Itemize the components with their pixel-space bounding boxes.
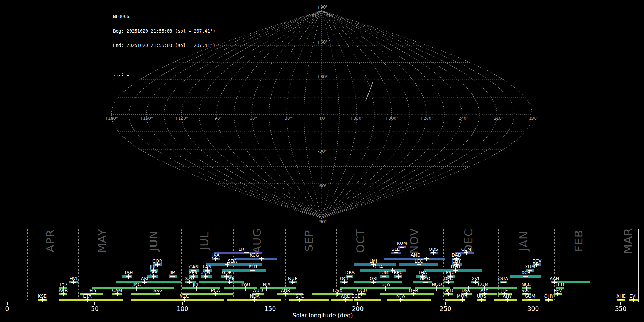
shower-bar xyxy=(331,299,353,301)
longitude-label: +180° xyxy=(525,116,538,121)
peak-marker xyxy=(501,280,506,284)
peak-marker xyxy=(453,268,458,273)
longitude-label: +240° xyxy=(455,116,468,121)
peak-marker xyxy=(434,286,439,291)
peak-marker xyxy=(91,292,96,296)
shower-bar xyxy=(387,299,431,301)
peak-marker xyxy=(482,292,487,296)
peak-marker xyxy=(446,292,450,296)
peak-marker xyxy=(343,298,348,302)
longitude-label: +120° xyxy=(175,116,188,121)
peak-marker xyxy=(61,292,65,296)
peak-marker xyxy=(505,298,509,302)
peak-marker xyxy=(424,257,429,261)
peak-marker xyxy=(382,274,386,279)
shower-bar xyxy=(182,293,233,295)
x-axis-tick-label: 200 xyxy=(352,305,364,312)
peak-marker xyxy=(187,280,192,284)
peak-marker xyxy=(464,292,468,296)
x-axis-tick xyxy=(620,302,621,305)
peak-marker xyxy=(191,274,195,279)
peak-marker xyxy=(224,274,229,279)
month-label: MAR xyxy=(621,228,634,254)
shower-bar xyxy=(340,287,411,289)
peak-marker xyxy=(400,245,404,249)
month-boundary-line xyxy=(131,229,131,301)
peak-marker xyxy=(557,286,562,291)
peak-marker xyxy=(135,286,139,291)
month-label: NOV xyxy=(408,228,420,253)
peak-marker xyxy=(225,262,229,267)
month-label: OCT xyxy=(354,229,367,253)
peak-marker xyxy=(396,274,401,279)
x-axis-tick-label: 300 xyxy=(527,305,539,312)
x-axis-tick-label: 100 xyxy=(177,305,188,312)
x-axis-title: Solar longitude (deg) xyxy=(293,312,353,319)
peak-marker xyxy=(40,298,45,302)
peak-marker xyxy=(151,268,156,273)
month-label: AUG xyxy=(250,228,263,254)
peak-marker xyxy=(523,274,528,279)
shower-bar xyxy=(224,287,257,289)
peak-marker xyxy=(556,292,560,296)
latitude-label: +60° xyxy=(317,40,328,45)
x-axis-tick xyxy=(7,302,8,305)
month-label: JUL xyxy=(198,231,211,250)
longitude-label: +270° xyxy=(420,116,433,121)
longitude-label: +90° xyxy=(211,116,222,121)
peak-marker xyxy=(213,292,218,296)
peak-marker xyxy=(71,280,76,284)
peak-marker xyxy=(264,286,269,291)
longitude-label: +60° xyxy=(246,116,257,121)
peak-marker xyxy=(454,257,459,261)
longitude-label: +330° xyxy=(350,116,363,121)
shower-code-label: CTA xyxy=(375,264,383,269)
peak-marker xyxy=(354,298,358,302)
x-axis-tick-label: 250 xyxy=(440,305,451,312)
peak-marker xyxy=(259,257,264,261)
x-axis-tick xyxy=(270,302,270,305)
x-axis-tick-label: 150 xyxy=(264,305,276,312)
longitude-label: +0 xyxy=(319,116,325,121)
peak-marker xyxy=(394,250,398,255)
peak-marker xyxy=(252,298,257,302)
month-label: SEP xyxy=(302,230,315,252)
shower-bar xyxy=(59,299,123,301)
peak-marker xyxy=(156,292,160,296)
peak-marker xyxy=(552,280,557,284)
shower-bar xyxy=(131,299,224,301)
month-label: APR xyxy=(44,229,57,252)
sky-map: +90°+60°+30°-30°-60°-90°+180°+150°+120°+… xyxy=(0,0,644,229)
peak-marker xyxy=(528,298,532,302)
peak-marker xyxy=(342,280,347,284)
peak-marker xyxy=(214,257,218,261)
peak-marker xyxy=(399,298,403,302)
peak-marker xyxy=(384,286,388,291)
peak-marker xyxy=(482,286,487,291)
peak-marker xyxy=(155,262,160,267)
shower-code-label: KCG xyxy=(250,253,259,257)
peak-marker xyxy=(115,292,119,296)
peak-marker xyxy=(142,280,147,284)
latitude-label: +90° xyxy=(317,5,328,10)
longitude-label: +180° xyxy=(104,116,118,121)
month-label: JUN xyxy=(147,230,160,251)
shower-bar xyxy=(413,281,432,283)
peak-marker xyxy=(61,286,66,291)
peak-marker xyxy=(244,250,249,255)
peak-marker xyxy=(371,280,376,284)
month-boundary-line xyxy=(181,229,182,301)
peak-marker xyxy=(528,268,532,273)
month-label: JAN xyxy=(517,231,530,251)
peak-marker xyxy=(360,292,364,296)
shower-bar xyxy=(289,299,329,301)
peak-marker xyxy=(479,298,484,302)
peak-marker xyxy=(420,274,425,279)
shower-bar xyxy=(199,281,244,283)
latitude-label: +30° xyxy=(317,74,328,79)
peak-marker xyxy=(205,268,210,273)
peak-marker xyxy=(182,298,186,302)
latitude-label: -90° xyxy=(318,219,327,224)
peak-marker xyxy=(423,280,428,284)
meteor-trail xyxy=(366,82,373,101)
